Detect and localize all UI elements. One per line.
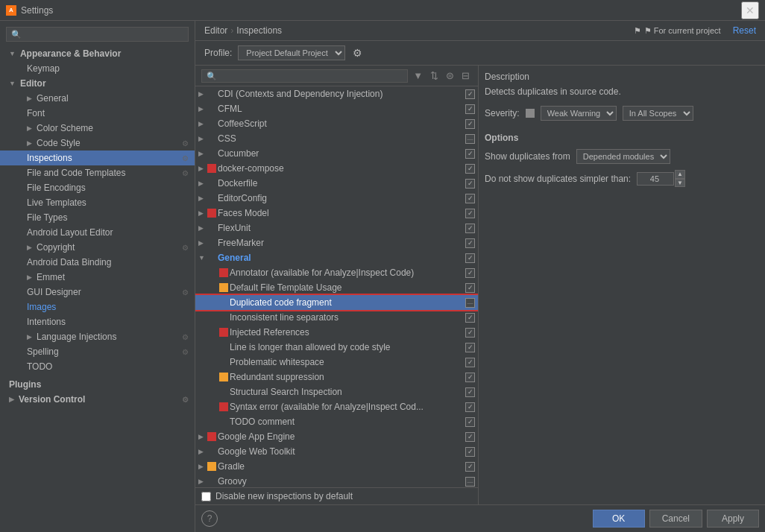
sidebar-item-version-control[interactable]: ▶ Version Control ⚙ [0,392,195,407]
spin-up-button[interactable]: ▲ [675,170,685,179]
sidebar-item-font[interactable]: Font [0,106,195,121]
tree-row-google-app-engine[interactable]: ▶ Google App Engine [195,429,478,444]
tree-row-cfml[interactable]: ▶ CFML [195,101,478,116]
expand-all-button[interactable]: ⇅ [428,69,441,83]
sidebar-search-box[interactable] [0,24,195,45]
sidebar-item-gui-designer[interactable]: GUI Designer ⚙ [0,285,195,300]
collapse-all-button[interactable]: ⊟ [459,69,472,83]
layout-button[interactable]: ⊜ [444,69,456,83]
sidebar-item-general[interactable]: ▶ General [0,91,195,106]
spinner[interactable]: ▲ ▼ [675,170,685,187]
checkbox-syntax-error[interactable] [465,402,475,412]
tree-row-problematic-whitespace[interactable]: Problematic whitespace [195,355,478,370]
profile-select[interactable]: Project Default Project [238,45,345,60]
severity-select[interactable]: Weak Warning [541,106,617,121]
tree-row-line-too-long[interactable]: Line is longer than allowed by code styl… [195,340,478,355]
tree-row-structural-search[interactable]: Structural Search Inspection [195,384,478,399]
checkbox-inconsistent-line[interactable] [465,313,475,323]
reset-button[interactable]: Reset [733,25,756,36]
tree-row-duplicated-code[interactable]: Duplicated code fragment [195,295,478,310]
checkbox-flexunit[interactable] [465,224,475,233]
scope-select[interactable]: In All Scopes [623,106,693,121]
sidebar-item-file-types[interactable]: File Types [0,210,195,225]
tree-row-injected-references[interactable]: Injected References [195,325,478,340]
tree-row-groovy[interactable]: ▶ Groovy [195,474,478,487]
checkbox-structural-search[interactable] [465,387,475,397]
checkbox-google-app-engine[interactable] [465,432,475,442]
checkbox-coffeescript[interactable] [465,119,475,129]
tree-row-dockerfile[interactable]: ▶ Dockerfile [195,176,478,191]
filter-button[interactable]: ▼ [411,69,425,83]
tree-row-editorconfig[interactable]: ▶ EditorConfig [195,191,478,206]
checkbox-injected-references[interactable] [465,328,475,338]
checkbox-freemarker[interactable] [465,238,475,248]
no-show-number-input[interactable] [637,172,674,186]
checkbox-dockerfile[interactable] [465,179,475,189]
ok-button[interactable]: OK [593,510,645,528]
checkbox-line-too-long[interactable] [465,343,475,352]
tree-row-syntax-error[interactable]: Syntax error (available for Analyze|Insp… [195,399,478,414]
checkbox-redundant-suppression[interactable] [465,373,475,382]
sidebar-item-android-data-binding[interactable]: Android Data Binding [0,255,195,270]
sidebar-item-file-code-templates[interactable]: File and Code Templates ⚙ [0,165,195,180]
sidebar-item-copyright[interactable]: ▶ Copyright ⚙ [0,240,195,255]
tree-row-annotator[interactable]: Annotator (available for Analyze|Inspect… [195,265,478,280]
profile-gear-button[interactable]: ⚙ [351,45,364,60]
tree-row-todo-comment[interactable]: TODO comment [195,414,478,429]
tree-row-cucumber[interactable]: ▶ Cucumber [195,146,478,161]
sidebar-item-spelling[interactable]: Spelling ⚙ [0,344,195,359]
tree-row-coffeescript[interactable]: ▶ CoffeeScript [195,116,478,131]
checkbox-editorconfig[interactable] [465,194,475,203]
sidebar-item-inspections[interactable]: Inspections ⚙ [0,151,195,165]
tree-row-flexunit[interactable]: ▶ FlexUnit [195,221,478,235]
sidebar-item-code-style[interactable]: ▶ Code Style ⚙ [0,136,195,151]
tree-row-docker-compose[interactable]: ▶ docker-compose [195,161,478,176]
tree-row-faces-model[interactable]: ▶ Faces Model [195,206,478,221]
checkbox-faces-model[interactable] [465,209,475,218]
checkbox-groovy[interactable] [465,477,475,487]
sidebar-item-emmet[interactable]: ▶ Emmet [0,270,195,285]
sidebar-item-android-layout-editor[interactable]: Android Layout Editor [0,225,195,240]
sidebar-item-plugins[interactable]: Plugins [0,377,195,392]
cancel-button[interactable]: Cancel [649,510,702,528]
checkbox-css[interactable] [465,134,475,144]
disable-new-inspections-checkbox[interactable] [201,492,211,501]
tree-search-input[interactable] [201,69,408,83]
tree-row-cdi[interactable]: ▶ CDI (Contexts and Dependency Injection… [195,86,478,101]
tree-row-default-file-template[interactable]: Default File Template Usage [195,280,478,295]
checkbox-annotator[interactable] [465,268,475,278]
checkbox-cucumber[interactable] [465,149,475,159]
checkbox-default-file-template[interactable] [465,283,475,293]
checkbox-todo-comment[interactable] [465,417,475,427]
tree-row-google-web-toolkit[interactable]: ▶ Google Web Toolkit [195,444,478,459]
apply-button[interactable]: Apply [707,510,759,528]
checkbox-docker-compose[interactable] [465,164,475,174]
sidebar-item-language-injections[interactable]: ▶ Language Injections ⚙ [0,329,195,344]
sidebar-item-appearance[interactable]: ▼ Appearance & Behavior [0,46,195,61]
checkbox-problematic-whitespace[interactable] [465,358,475,367]
show-duplicates-select[interactable]: Depended modules [576,149,670,164]
sidebar-item-file-encodings[interactable]: File Encodings [0,180,195,195]
sidebar-item-editor[interactable]: ▼ Editor [0,76,195,91]
sidebar-search-input[interactable] [6,27,189,42]
sidebar-item-keymap[interactable]: Keymap [0,61,195,76]
tree-row-css[interactable]: ▶ CSS [195,131,478,146]
spin-down-button[interactable]: ▼ [675,179,685,188]
checkbox-gradle[interactable] [465,462,475,472]
checkbox-general[interactable] [465,253,475,263]
sidebar-item-live-templates[interactable]: Live Templates [0,195,195,210]
sidebar-item-intentions[interactable]: Intentions [0,314,195,329]
tree-row-redundant-suppression[interactable]: Redundant suppression [195,370,478,384]
checkbox-google-web-toolkit[interactable] [465,447,475,457]
close-button[interactable]: ✕ [741,1,759,19]
tree-row-gradle[interactable]: ▶ Gradle [195,459,478,474]
checkbox-cfml[interactable] [465,104,475,114]
checkbox-duplicated-code[interactable] [465,298,475,308]
sidebar-item-color-scheme[interactable]: ▶ Color Scheme [0,121,195,136]
tree-row-freemarker[interactable]: ▶ FreeMarker [195,235,478,250]
sidebar-item-images[interactable]: Images [0,300,195,314]
checkbox-cdi[interactable] [465,89,475,99]
sidebar-item-todo[interactable]: TODO [0,359,195,374]
help-button[interactable]: ? [201,510,218,527]
tree-row-inconsistent-line[interactable]: Inconsistent line separators [195,310,478,325]
